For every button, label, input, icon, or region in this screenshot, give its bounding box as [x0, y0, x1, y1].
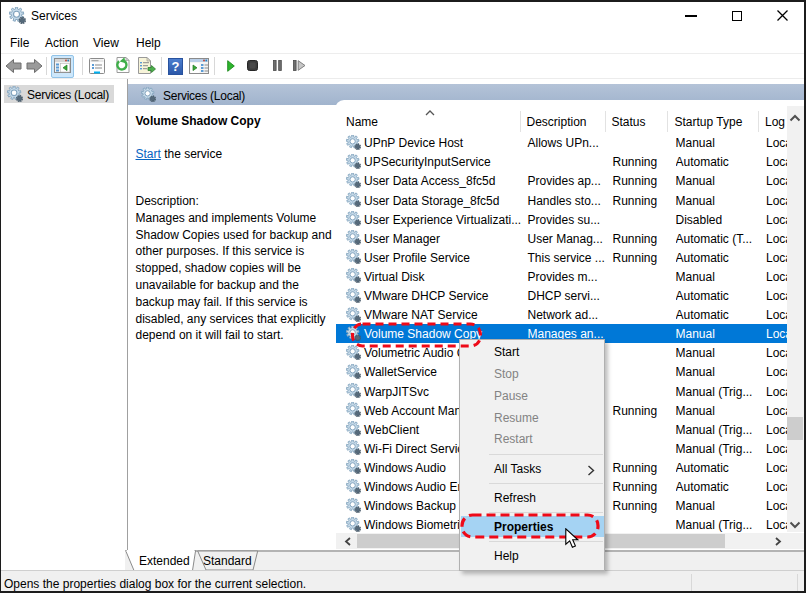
svg-text:?: ?: [172, 59, 180, 74]
svg-text:Standard: Standard: [203, 554, 252, 568]
svg-text:Extended: Extended: [139, 554, 190, 568]
